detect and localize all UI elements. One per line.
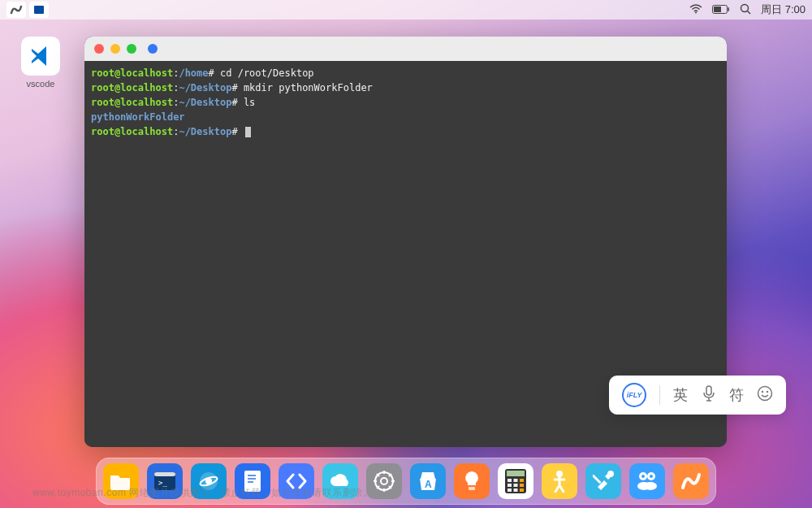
- menubar-app-icon-1[interactable]: [6, 2, 26, 18]
- window-titlebar[interactable]: [84, 37, 727, 61]
- svg-point-51: [650, 475, 653, 478]
- svg-rect-37: [520, 479, 524, 482]
- ime-voice-icon[interactable]: [702, 385, 716, 406]
- svg-rect-41: [508, 488, 512, 492]
- svg-point-10: [767, 390, 768, 392]
- svg-point-1: [695, 11, 697, 13]
- svg-line-6: [748, 11, 751, 14]
- svg-point-9: [762, 390, 763, 392]
- ime-lang-toggle[interactable]: 英: [673, 385, 688, 405]
- search-icon[interactable]: [740, 3, 751, 17]
- terminal-line: root@localhost:~/Desktop#: [91, 124, 720, 139]
- svg-rect-3: [714, 7, 721, 12]
- svg-rect-45: [593, 474, 602, 484]
- desktop-icon-vscode[interactable]: vscode: [20, 37, 61, 89]
- svg-point-5: [741, 4, 749, 11]
- svg-point-8: [758, 386, 771, 400]
- dock-item-game[interactable]: [629, 463, 665, 499]
- svg-rect-39: [514, 484, 518, 487]
- dock-item-store[interactable]: A: [410, 463, 446, 499]
- terminal-line: root@localhost:~/Desktop# mkdir pythonWo…: [91, 80, 720, 95]
- svg-rect-38: [508, 484, 512, 487]
- svg-rect-35: [508, 479, 512, 482]
- terminal-line: root@localhost:/home# cd /root/Desktop: [91, 66, 720, 80]
- svg-rect-0: [34, 6, 44, 14]
- svg-point-47: [644, 482, 657, 490]
- svg-rect-12: [154, 472, 175, 476]
- ime-symbol-toggle[interactable]: 符: [729, 385, 744, 405]
- vscode-icon: [21, 37, 60, 76]
- dock-item-app[interactable]: [673, 463, 709, 499]
- window-minimize-button[interactable]: [110, 44, 120, 54]
- svg-rect-4: [728, 7, 730, 11]
- svg-rect-32: [469, 487, 475, 490]
- dock-item-tools[interactable]: [585, 463, 621, 499]
- svg-rect-7: [706, 386, 711, 395]
- svg-rect-36: [514, 479, 518, 482]
- ime-logo-icon[interactable]: iFLY: [622, 383, 646, 407]
- dock-item-calculator[interactable]: [498, 463, 533, 499]
- ime-emoji-icon[interactable]: [757, 385, 773, 406]
- menubar-clock[interactable]: 周日 7:00: [761, 2, 806, 17]
- ime-divider: [659, 385, 660, 405]
- dock-item-accessibility[interactable]: [542, 463, 577, 499]
- ime-toolbar[interactable]: iFLY 英 符: [609, 376, 786, 415]
- terminal-line: pythonWorkFolder: [91, 110, 720, 124]
- svg-point-22: [381, 478, 387, 484]
- svg-point-50: [641, 475, 645, 478]
- window-maximize-button[interactable]: [127, 44, 136, 54]
- terminal-line: root@localhost:~/Desktop# ls: [91, 95, 720, 110]
- menubar: 周日 7:00: [0, 0, 812, 20]
- svg-text:A: A: [425, 479, 432, 490]
- menubar-app-icon-2[interactable]: [29, 2, 49, 18]
- svg-rect-43: [520, 488, 524, 492]
- svg-rect-42: [514, 488, 518, 492]
- watermark-text: www.toymoban.com 网络图片仅供展示，禁止转载，如有侵权请联系删除…: [32, 486, 373, 500]
- window-close-button[interactable]: [94, 44, 104, 54]
- svg-rect-40: [520, 484, 524, 487]
- svg-rect-34: [507, 471, 525, 476]
- wifi-icon[interactable]: [689, 4, 702, 16]
- window-extra-button[interactable]: [148, 44, 158, 54]
- desktop-icon-label: vscode: [27, 79, 55, 89]
- svg-point-16: [205, 478, 212, 484]
- dock-item-tips[interactable]: [454, 463, 490, 499]
- battery-icon[interactable]: [712, 4, 730, 16]
